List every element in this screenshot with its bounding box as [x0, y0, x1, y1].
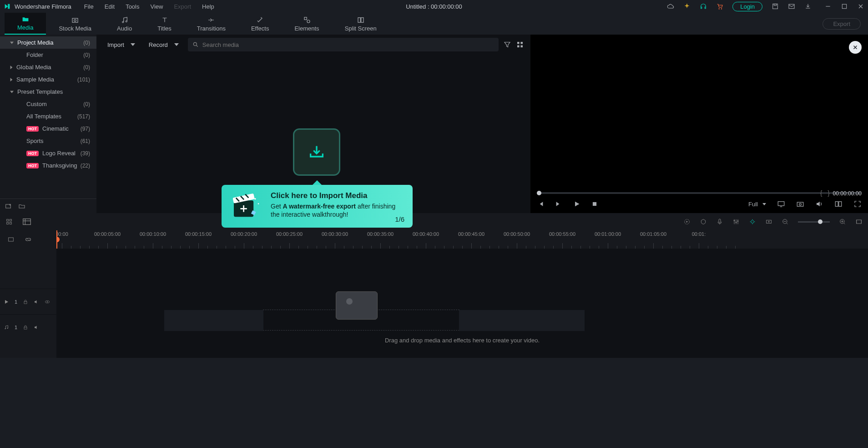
- tree-label: Folder: [26, 51, 43, 58]
- sidebar-item-preset-templates[interactable]: Preset Templates: [0, 86, 96, 98]
- login-button[interactable]: Login: [732, 2, 762, 11]
- add-marker-icon[interactable]: [765, 218, 772, 225]
- message-icon[interactable]: [788, 3, 795, 10]
- timeline-canvas[interactable]: Drag and drop media and effects here to …: [56, 249, 868, 358]
- menu-help[interactable]: Help: [202, 3, 214, 10]
- compare-icon[interactable]: [834, 200, 843, 208]
- tab-media[interactable]: Media: [5, 13, 46, 35]
- record-dropdown[interactable]: Record: [144, 40, 183, 50]
- new-folder-icon[interactable]: [18, 203, 25, 210]
- video-track-head: 1: [0, 289, 56, 314]
- auto-ripple-icon[interactable]: [749, 218, 756, 225]
- tab-titles[interactable]: Titles: [145, 13, 184, 35]
- ruler-label: 00:00:40:00: [413, 231, 439, 237]
- fullscreen-icon[interactable]: [853, 200, 862, 208]
- render-icon[interactable]: [683, 218, 691, 225]
- svg-rect-21: [778, 202, 784, 206]
- sparkle-icon[interactable]: [683, 3, 691, 10]
- sidebar-item-cinematic[interactable]: HOTCinematic(97): [0, 122, 96, 135]
- sidebar-item-all-templates[interactable]: All Templates(517): [0, 110, 96, 122]
- menu-file[interactable]: File: [84, 3, 94, 10]
- ruler-label: 00:00:55:00: [549, 231, 575, 237]
- tab-split-screen[interactable]: Split Screen: [332, 13, 389, 35]
- link-icon[interactable]: [25, 236, 32, 243]
- download-icon[interactable]: [804, 3, 812, 10]
- volume-icon[interactable]: [815, 200, 823, 208]
- close-icon[interactable]: [857, 3, 864, 10]
- voiceover-icon[interactable]: [716, 218, 723, 225]
- next-frame-icon[interactable]: [555, 200, 562, 208]
- tree-label: Thanksgiving: [42, 162, 77, 169]
- tab-audio[interactable]: Audio: [104, 13, 145, 35]
- playhead[interactable]: [56, 230, 57, 249]
- cloud-icon[interactable]: [667, 3, 674, 10]
- zoom-fit-icon[interactable]: [855, 218, 863, 225]
- import-media-target[interactable]: [293, 128, 340, 176]
- tab-transitions[interactable]: Transitions: [184, 13, 238, 35]
- svg-point-43: [47, 301, 48, 302]
- eye-icon[interactable]: [45, 299, 50, 305]
- search-input[interactable]: [202, 41, 494, 48]
- mark-in-icon[interactable]: {: [820, 189, 823, 197]
- sidebar-item-project-media[interactable]: Project Media(0): [0, 36, 96, 49]
- menu-tools[interactable]: Tools: [126, 3, 139, 10]
- sidebar-item-thanksgiving[interactable]: HOTThanksgiving(22): [0, 159, 96, 172]
- grid-view-icon[interactable]: [516, 41, 524, 49]
- zoom-slider[interactable]: [798, 221, 830, 223]
- timeline-grid-icon[interactable]: [5, 218, 13, 225]
- svg-point-5: [74, 19, 76, 21]
- ruler-label: 00:00:10:00: [140, 231, 166, 237]
- preview-scrubber[interactable]: [537, 192, 862, 194]
- display-icon[interactable]: [777, 200, 785, 208]
- prev-frame-icon[interactable]: [537, 200, 544, 208]
- tree-count: (61): [81, 138, 90, 144]
- tooltip-title: Click here to Import Media: [271, 191, 404, 200]
- close-preview-button[interactable]: [849, 41, 862, 54]
- snapshot-icon[interactable]: [796, 200, 804, 208]
- tab-effects[interactable]: Effects: [238, 13, 282, 35]
- lock-icon[interactable]: [23, 299, 28, 305]
- sidebar-item-global-media[interactable]: Global Media(0): [0, 61, 96, 73]
- sidebar-item-sports[interactable]: Sports(61): [0, 135, 96, 147]
- timeline-ruler[interactable]: 00:0000:00:05:0000:00:10:0000:00:15:0000…: [56, 230, 868, 249]
- timeline-mode-icon[interactable]: [22, 217, 32, 227]
- tab-stock-media[interactable]: Stock Media: [46, 13, 104, 35]
- ruler-label: 00:00: [56, 231, 68, 237]
- mark-out-icon[interactable]: }: [828, 189, 830, 197]
- sidebar-item-custom[interactable]: Custom(0): [0, 98, 96, 110]
- maximize-icon[interactable]: [841, 3, 848, 10]
- mixer-icon[interactable]: [732, 218, 740, 225]
- tab-elements[interactable]: Elements: [282, 13, 332, 35]
- media-sidebar: Project Media(0)Folder(0)Global Media(0)…: [0, 35, 96, 213]
- minimize-icon[interactable]: [824, 3, 832, 10]
- mute-icon[interactable]: [34, 325, 39, 330]
- svg-rect-25: [839, 202, 842, 207]
- sidebar-item-folder[interactable]: Folder(0): [0, 49, 96, 61]
- import-dropdown[interactable]: Import: [103, 40, 140, 50]
- mute-icon[interactable]: [34, 299, 39, 305]
- zoom-out-icon[interactable]: [782, 218, 789, 225]
- filter-icon[interactable]: [503, 41, 511, 49]
- preview-quality-dropdown[interactable]: Full: [748, 201, 766, 208]
- svg-rect-27: [10, 219, 11, 221]
- menu-edit[interactable]: Edit: [105, 3, 115, 10]
- search-media[interactable]: [188, 38, 499, 51]
- zoom-in-icon[interactable]: [839, 218, 846, 225]
- new-bin-icon[interactable]: [5, 203, 12, 210]
- sidebar-item-sample-media[interactable]: Sample Media(101): [0, 73, 96, 86]
- ruler-label: 00:00:50:00: [504, 231, 530, 237]
- select-tool-icon[interactable]: [7, 236, 15, 243]
- tree-label: All Templates: [26, 113, 61, 120]
- play-icon[interactable]: [573, 200, 580, 208]
- menu-view[interactable]: View: [150, 3, 163, 10]
- headset-icon[interactable]: [700, 3, 707, 10]
- save-icon[interactable]: [772, 3, 779, 10]
- tree-count: (39): [81, 150, 90, 157]
- sidebar-item-logo-reveal[interactable]: HOTLogo Reveal(39): [0, 147, 96, 159]
- mark-icon[interactable]: [700, 218, 707, 225]
- cart-icon[interactable]: [716, 3, 723, 10]
- lock-icon[interactable]: [23, 325, 28, 330]
- record-label: Record: [149, 41, 168, 48]
- svg-rect-15: [521, 46, 523, 48]
- stop-icon[interactable]: [591, 201, 598, 207]
